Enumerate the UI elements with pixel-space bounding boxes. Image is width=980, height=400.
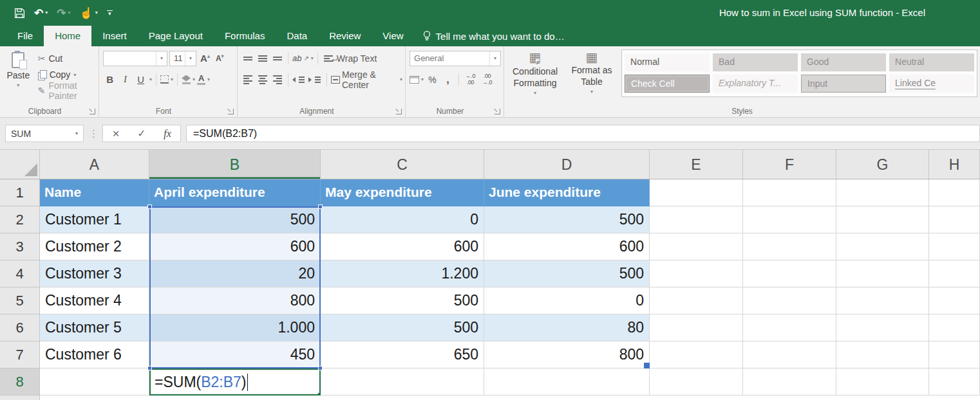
cell-E3[interactable]: [650, 233, 743, 260]
cell-F5[interactable]: [743, 287, 836, 314]
cell-F1[interactable]: [743, 179, 836, 206]
fill-handle[interactable]: [317, 392, 321, 395]
wrap-text-icon[interactable]: ↩: [322, 55, 335, 62]
column-header-F[interactable]: F: [743, 150, 836, 179]
tell-me-box[interactable]: Tell me what you want to do…: [422, 26, 565, 46]
column-header-E[interactable]: E: [650, 150, 743, 179]
row-header-2[interactable]: 2: [0, 206, 40, 233]
select-all-button[interactable]: [0, 150, 40, 179]
italic-button[interactable]: I: [118, 72, 132, 87]
cell-F6[interactable]: [743, 314, 836, 341]
cell-F8[interactable]: [743, 368, 836, 395]
cell-A1[interactable]: Name: [40, 179, 149, 206]
cell-G6[interactable]: [836, 314, 929, 341]
cell-D4[interactable]: 500: [484, 260, 650, 287]
style-input[interactable]: Input: [801, 75, 886, 93]
tab-formulas[interactable]: Formulas: [214, 26, 276, 46]
cancel-button[interactable]: ×: [103, 127, 129, 141]
cell-G5[interactable]: [836, 287, 929, 314]
cell-D1[interactable]: June expenditure: [484, 179, 650, 206]
cell-G1[interactable]: [836, 179, 929, 206]
alignment-dialog-launcher-icon[interactable]: [396, 109, 402, 114]
increase-decimal-button[interactable]: ←.0.00: [463, 73, 478, 86]
cell-H8[interactable]: [929, 368, 980, 395]
cell-A6[interactable]: Customer 5: [40, 314, 149, 341]
percent-style-button[interactable]: %: [426, 72, 439, 87]
tab-file[interactable]: File: [6, 26, 44, 46]
column-header-C[interactable]: C: [321, 150, 484, 179]
cell-A3[interactable]: Customer 2: [40, 233, 149, 260]
cell-E2[interactable]: [650, 206, 743, 233]
row-header-9[interactable]: [0, 395, 40, 400]
style-good[interactable]: Good: [801, 53, 886, 71]
cell-C2[interactable]: 0: [321, 206, 484, 233]
cell-D2[interactable]: 500: [484, 206, 650, 233]
cell-A2[interactable]: Customer 1: [40, 206, 149, 233]
borders-icon[interactable]: [160, 75, 169, 84]
cell-H2[interactable]: [929, 206, 980, 233]
cell-G2[interactable]: [836, 206, 929, 233]
wrap-text-label[interactable]: Wrap Text: [337, 53, 377, 64]
font-color-dropdown-icon[interactable]: ▾: [207, 77, 210, 82]
cell-E8[interactable]: [650, 368, 743, 395]
cell-C4[interactable]: 1.200: [321, 260, 484, 287]
conditional-formatting-button[interactable]: ▦ ≠ Conditional Formatting ▾: [508, 50, 562, 105]
format-as-table-button[interactable]: ▦ Format as Table ▾: [565, 50, 619, 105]
number-dialog-launcher-icon[interactable]: [495, 109, 500, 114]
column-header-B[interactable]: B: [149, 150, 321, 179]
bold-button[interactable]: B: [103, 72, 117, 87]
cell-B6[interactable]: 1.000: [149, 314, 321, 341]
row-header-3[interactable]: 3: [0, 233, 40, 260]
cell-C3[interactable]: 600: [321, 233, 484, 260]
cell-C7[interactable]: 650: [321, 341, 484, 368]
cell-D7[interactable]: 800: [484, 341, 650, 368]
cell-E5[interactable]: [650, 287, 743, 314]
align-center-icon[interactable]: [256, 75, 269, 84]
cell-C1[interactable]: May expenditure: [321, 179, 484, 206]
row-header-4[interactable]: 4: [0, 260, 40, 287]
increase-indent-button[interactable]: [308, 77, 323, 83]
format-as-table-dropdown-icon[interactable]: ▾: [590, 89, 593, 95]
row-header-6[interactable]: 6: [0, 314, 40, 341]
customize-qat-button[interactable]: ▾: [107, 10, 113, 15]
accounting-format-icon[interactable]: [410, 76, 419, 84]
cell-F7[interactable]: [743, 341, 836, 368]
tab-view[interactable]: View: [372, 26, 414, 46]
name-box[interactable]: SUM ▾: [5, 125, 84, 142]
font-size-dropdown-icon[interactable]: ▾: [185, 51, 196, 66]
underline-dropdown-icon[interactable]: ▾: [149, 77, 152, 82]
column-header-H[interactable]: H: [929, 150, 980, 179]
save-button[interactable]: [14, 8, 25, 19]
align-middle-icon[interactable]: [256, 55, 269, 62]
cell-H5[interactable]: [929, 287, 980, 314]
column-header-G[interactable]: G: [836, 150, 929, 179]
align-top-icon[interactable]: [241, 57, 254, 60]
cell-A5[interactable]: Customer 4: [40, 287, 149, 314]
decrease-decimal-button[interactable]: .00→.0: [480, 73, 495, 86]
cell-A8[interactable]: [40, 368, 149, 395]
enter-button[interactable]: ✓: [129, 127, 155, 140]
paste-button[interactable]: Paste ▾: [4, 50, 33, 105]
style-explanatory-text[interactable]: Explanatory T...: [713, 75, 798, 93]
number-format-select[interactable]: General▾: [410, 51, 501, 66]
conditional-formatting-dropdown-icon[interactable]: ▾: [534, 90, 536, 96]
font-color-button[interactable]: A: [197, 74, 205, 85]
font-size-combo[interactable]: 11▾: [169, 51, 196, 66]
font-name-dropdown-icon[interactable]: ▾: [156, 51, 167, 66]
cell-F2[interactable]: [743, 206, 836, 233]
formula-input[interactable]: =SUM(B2:B7): [186, 125, 980, 142]
align-right-icon[interactable]: [271, 75, 284, 84]
cell-F4[interactable]: [743, 260, 836, 287]
cell-A4[interactable]: Customer 3: [40, 260, 149, 287]
copy-button[interactable]: Copy ▾: [38, 68, 96, 81]
column-header-A[interactable]: A: [40, 150, 149, 179]
fill-color-button[interactable]: [182, 75, 191, 84]
insert-function-button[interactable]: fx: [155, 128, 180, 140]
style-linked-cell[interactable]: Linked Ce: [889, 75, 974, 93]
style-neutral[interactable]: Neutral: [889, 53, 974, 71]
cell-H4[interactable]: [929, 260, 980, 287]
tab-insert[interactable]: Insert: [91, 26, 138, 46]
cell-C6[interactable]: 500: [321, 314, 484, 341]
underline-button[interactable]: U: [134, 72, 147, 87]
tab-review[interactable]: Review: [318, 26, 372, 46]
